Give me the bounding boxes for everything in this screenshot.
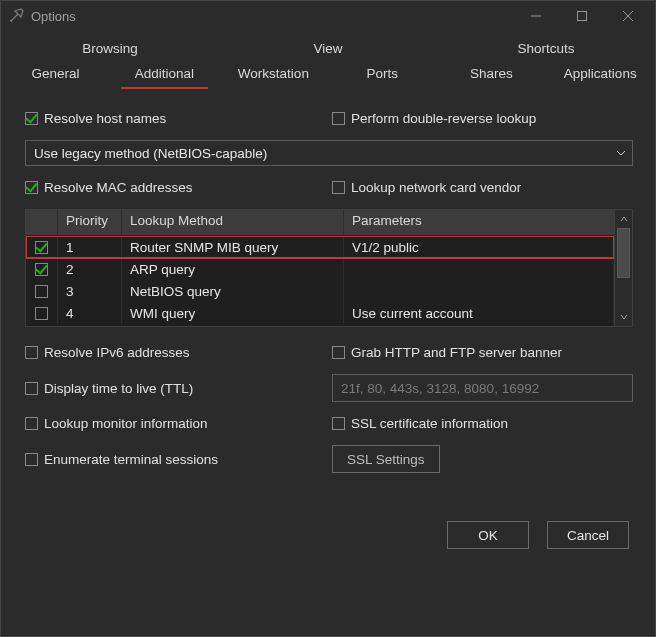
grab-banner-label: Grab HTTP and FTP server banner (351, 345, 562, 360)
close-button[interactable] (605, 1, 651, 31)
minimize-button[interactable] (513, 1, 559, 31)
minimize-icon (531, 11, 541, 21)
enumerate-sessions-checkbox[interactable] (25, 453, 38, 466)
scroll-thumb[interactable] (617, 228, 630, 278)
table-body: 1 Router SNMP MIB query V1/2 public 2 AR… (26, 236, 614, 326)
th-priority[interactable]: Priority (58, 210, 122, 235)
tab-shortcuts[interactable]: Shortcuts (437, 37, 655, 62)
ssl-cert-label: SSL certificate information (351, 416, 508, 431)
table-scrollbar[interactable] (614, 210, 632, 326)
resolve-ipv6-checkbox[interactable] (25, 346, 38, 359)
double-reverse-checkbox[interactable] (332, 112, 345, 125)
row4-priority: 4 (58, 302, 122, 324)
resolve-mac-label: Resolve MAC addresses (44, 180, 193, 195)
scroll-down-button[interactable] (615, 308, 632, 326)
tab-region: Browsing View Shortcuts General Addition… (1, 31, 655, 93)
double-reverse-label: Perform double-reverse lookup (351, 111, 536, 126)
lookup-methods-table: Priority Lookup Method Parameters 1 Rout… (25, 209, 633, 327)
lookup-monitor-checkbox[interactable] (25, 417, 38, 430)
maximize-icon (577, 11, 587, 21)
table-row[interactable]: 4 WMI query Use current account (26, 302, 614, 324)
chevron-up-icon (620, 215, 628, 223)
enumerate-sessions-label: Enumerate terminal sessions (44, 452, 218, 467)
maximize-button[interactable] (559, 1, 605, 31)
row2-method: ARP query (122, 258, 344, 280)
cancel-button[interactable]: Cancel (547, 521, 629, 549)
app-icon (9, 8, 25, 24)
row4-method: WMI query (122, 302, 344, 324)
row3-checkbox[interactable] (35, 285, 48, 298)
tab-view[interactable]: View (219, 37, 437, 62)
row1-checkbox[interactable] (35, 241, 48, 254)
row4-params: Use current account (344, 302, 614, 324)
title-bar: Options (1, 1, 655, 31)
row2-params (344, 258, 614, 280)
dialog-footer: OK Cancel (1, 503, 655, 565)
table-row[interactable]: 2 ARP query (26, 258, 614, 280)
row1-priority: 1 (58, 236, 122, 258)
row3-priority: 3 (58, 280, 122, 302)
ports-input[interactable]: 21f, 80, 443s, 3128, 8080, 16992 (332, 374, 633, 402)
method-select-value: Use legacy method (NetBIOS-capable) (34, 146, 267, 161)
lookup-vendor-label: Lookup network card vendor (351, 180, 521, 195)
tab-additional[interactable]: Additional (110, 62, 219, 87)
table-header: Priority Lookup Method Parameters (26, 210, 632, 236)
tab-applications[interactable]: Applications (546, 62, 655, 87)
ports-placeholder: 21f, 80, 443s, 3128, 8080, 16992 (341, 381, 539, 396)
scroll-up-button[interactable] (615, 210, 632, 228)
lookup-monitor-label: Lookup monitor information (44, 416, 208, 431)
ok-button[interactable]: OK (447, 521, 529, 549)
chevron-down-icon (616, 148, 626, 158)
tab-ports[interactable]: Ports (328, 62, 437, 87)
row3-method: NetBIOS query (122, 280, 344, 302)
lookup-vendor-checkbox[interactable] (332, 181, 345, 194)
window-title: Options (31, 9, 513, 24)
row1-method: Router SNMP MIB query (122, 236, 344, 258)
tab-general[interactable]: General (1, 62, 110, 87)
row4-checkbox[interactable] (35, 307, 48, 320)
tab-browsing[interactable]: Browsing (1, 37, 219, 62)
table-row[interactable]: 1 Router SNMP MIB query V1/2 public (26, 236, 614, 258)
resolve-mac-checkbox[interactable] (25, 181, 38, 194)
row3-params (344, 280, 614, 302)
display-ttl-label: Display time to live (TTL) (44, 381, 193, 396)
ssl-settings-button[interactable]: SSL Settings (332, 445, 440, 473)
resolve-host-names-label: Resolve host names (44, 111, 166, 126)
svg-rect-1 (578, 12, 587, 21)
grab-banner-checkbox[interactable] (332, 346, 345, 359)
tab-workstation[interactable]: Workstation (219, 62, 328, 87)
ssl-cert-checkbox[interactable] (332, 417, 345, 430)
table-row[interactable]: 3 NetBIOS query (26, 280, 614, 302)
method-select[interactable]: Use legacy method (NetBIOS-capable) (25, 140, 633, 166)
row1-params: V1/2 public (344, 236, 614, 258)
th-params[interactable]: Parameters (344, 210, 632, 235)
row2-checkbox[interactable] (35, 263, 48, 276)
display-ttl-checkbox[interactable] (25, 382, 38, 395)
content-area: Resolve host names Perform double-revers… (1, 93, 655, 503)
chevron-down-icon (620, 313, 628, 321)
th-method[interactable]: Lookup Method (122, 210, 344, 235)
tab-shares[interactable]: Shares (437, 62, 546, 87)
resolve-host-names-checkbox[interactable] (25, 112, 38, 125)
row2-priority: 2 (58, 258, 122, 280)
close-icon (623, 11, 633, 21)
resolve-ipv6-label: Resolve IPv6 addresses (44, 345, 190, 360)
